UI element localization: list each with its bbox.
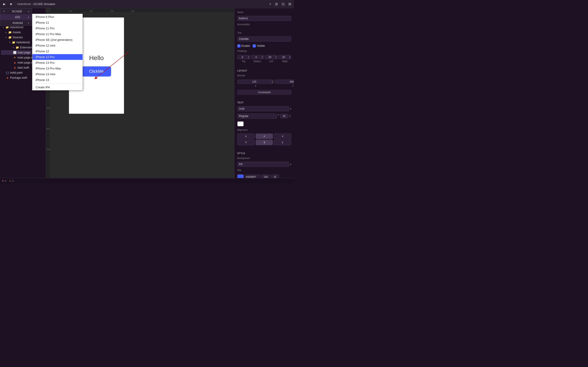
submenu-iphone11[interactable]: iPhone 11 <box>32 20 46 25</box>
align-center-button[interactable]: ≡ <box>256 133 273 139</box>
visible-label: Visible <box>257 44 265 48</box>
padding-right-wrap: ▲ ▼ <box>278 55 291 59</box>
swift-file-icon: ◈ <box>13 61 17 64</box>
align-middle-button[interactable]: ⇕ <box>256 140 273 145</box>
padding-right-input[interactable] <box>279 55 288 59</box>
padding-right-down[interactable]: ▼ <box>288 57 291 59</box>
sources-folder-icon: 📁 <box>8 36 12 39</box>
submenu-iphone11promax[interactable]: iPhone 11 Pro Max <box>32 31 46 37</box>
layout2-button[interactable]: ⊟ <box>281 1 285 7</box>
padding-top-up[interactable]: ▲ <box>247 56 250 57</box>
ruler-mark-300: 300 <box>110 10 114 12</box>
alignment-section: ≡ ≡ ≡ ⇑ ⇕ ⇓ <box>237 133 291 145</box>
menu-item-scade[interactable]: ✓ SCADE ▸ <box>0 8 32 14</box>
enable-label: Enable <box>242 44 250 48</box>
fill-opacity-input[interactable] <box>262 175 270 178</box>
submenu-iphone12mini[interactable]: iPhone 12 mini <box>32 43 46 48</box>
font-dropdown-row: Arial ▾ <box>237 106 291 111</box>
padding-bottom-up[interactable]: ▲ <box>261 56 264 57</box>
font-size-input[interactable] <box>280 114 288 118</box>
toolbar-right: + ⊞ ⊟ ⊠ <box>268 1 292 7</box>
fill-select[interactable]: Fill <box>237 162 289 167</box>
fontsize-down[interactable]: ▼ <box>289 116 291 118</box>
bottom-label: Bottom <box>254 60 261 63</box>
fontsize-up[interactable]: ▲ <box>289 115 291 116</box>
device-clickme-button[interactable]: ClickMe <box>82 66 111 77</box>
bounds-y-input[interactable] <box>275 80 294 83</box>
submenu-iphone13promax[interactable]: iPhone 13 Pro Max <box>32 66 46 71</box>
submenu-create-ipa[interactable]: Create IPA <box>32 84 46 90</box>
text-color-swatch[interactable] <box>237 121 244 126</box>
submenu-iphone12[interactable]: iPhone 12 <box>32 48 46 54</box>
padding-left-down[interactable]: ▼ <box>275 57 277 59</box>
menu-item-ios[interactable]: iOS ▸ <box>0 14 32 20</box>
submenu-iphone13pro[interactable]: iPhone 13 Pro <box>32 60 46 66</box>
text-input[interactable] <box>237 36 291 42</box>
play-button[interactable]: ▶ <box>2 1 7 7</box>
submenu-iphone13mini[interactable]: iPhone 13 mini <box>32 71 46 77</box>
android-arrow-icon: ▸ <box>28 22 29 24</box>
font-select[interactable]: Arial <box>237 106 289 111</box>
layout1-button[interactable]: ⊞ <box>274 1 279 7</box>
extensions-chevron-icon: ▸ <box>13 46 14 49</box>
padding-bottom-input[interactable] <box>251 55 261 59</box>
align-right-button[interactable]: ≡ <box>274 133 291 139</box>
menu-item-android[interactable]: Android ▸ <box>0 20 32 26</box>
packageswift-label: Package.swift <box>10 76 27 79</box>
padding-top-arrows: ▲ ▼ <box>247 56 250 59</box>
padding-left-up[interactable]: ▲ <box>275 56 277 57</box>
enable-checkbox[interactable]: ✓ Enable <box>237 44 250 48</box>
padding-left-arrows: ▲ ▼ <box>275 56 277 59</box>
padding-top-wrap: ▲ ▼ <box>237 55 250 59</box>
padding-left-input[interactable] <box>265 55 275 59</box>
bounds-x-down[interactable]: ▼ <box>271 82 274 83</box>
bounds-x-up[interactable]: ▲ <box>271 80 274 82</box>
error-status: ⊗ 0 <box>2 179 6 182</box>
constraints-button[interactable]: Constraints <box>237 90 291 94</box>
background-label: Background <box>237 157 291 159</box>
submenu-divider <box>32 83 46 84</box>
ruler-mark-v700: 700 <box>46 148 50 150</box>
submenu-iphone13[interactable]: iPhone 13 <box>32 77 46 83</box>
fill-hex-input[interactable] <box>245 175 261 178</box>
scade-checkmark: ✓ <box>3 10 5 13</box>
fill-color-swatch[interactable] <box>237 174 244 178</box>
font-weight-select[interactable]: Regular <box>237 114 277 119</box>
submenu-iphone11pro[interactable]: iPhone 11 Pro <box>32 25 46 31</box>
paddings-label: Paddings <box>237 50 291 52</box>
helloworld-sub-folder-icon: 📁 <box>12 41 15 44</box>
padding-bottom-down[interactable]: ▼ <box>261 57 264 59</box>
stop-button[interactable]: ■ <box>9 1 13 7</box>
sources-chevron-icon: ▾ <box>6 36 7 39</box>
layout3-button[interactable]: ⊠ <box>287 1 292 7</box>
name-input[interactable] <box>237 16 291 21</box>
padding-right-up[interactable]: ▲ <box>288 56 291 57</box>
fill-dropdown-row: Fill ▾ <box>237 162 291 167</box>
style-section-label: STYLE <box>237 152 291 155</box>
warning-icon: ⚠ <box>9 179 11 182</box>
padding-left-wrap: ▲ ▼ <box>265 55 278 59</box>
submenu-iphone8plus[interactable]: iPhone 8 Plus <box>32 14 46 20</box>
add-button[interactable]: + <box>268 1 272 7</box>
padding-top-input[interactable] <box>237 55 247 59</box>
submenu-iphone12pro[interactable]: iPhone 12 Pro <box>32 54 46 60</box>
padding-top-down[interactable]: ▼ <box>247 57 250 59</box>
align-left-button[interactable]: ≡ <box>237 133 255 139</box>
align-bottom-button[interactable]: ⇓ <box>274 140 291 145</box>
fill-corner-input[interactable] <box>271 175 279 178</box>
padding-bottom-wrap: ▲ ▼ <box>251 55 264 59</box>
helloworld-label: HelloWorld <box>10 26 23 29</box>
visible-checkbox[interactable]: ✓ Visible <box>253 44 265 48</box>
align-top-button[interactable]: ⇑ <box>237 140 255 145</box>
align-h-row: ≡ ≡ ≡ <box>237 133 291 139</box>
bounds-y-wrap: ▲ ▼ <box>275 80 294 84</box>
toolbar: ▶ ■ HelloWorld › SCADE Simulator + ⊞ ⊟ ⊠ <box>0 0 294 8</box>
top-label: Top <box>242 60 246 63</box>
layout-section-label: LAYOUT <box>237 69 291 72</box>
font-weight-row: Regular ▾ ▲ ▼ <box>237 114 291 119</box>
breadcrumb-app[interactable]: HelloWorld <box>17 2 31 6</box>
bounds-x-input[interactable] <box>237 80 271 83</box>
submenu-iphonese[interactable]: iPhone SE (2nd generation) <box>32 37 46 43</box>
warning-status: ⚠ 0 <box>9 179 14 182</box>
breadcrumb-simulator[interactable]: SCADE Simulator <box>34 2 55 6</box>
